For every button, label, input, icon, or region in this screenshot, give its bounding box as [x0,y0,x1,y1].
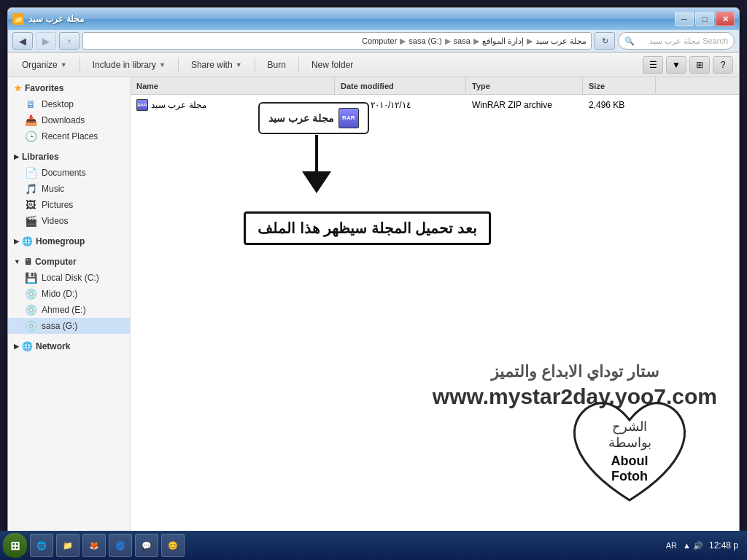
disk-c-icon: 💾 [24,272,37,284]
sidebar-item-mido[interactable]: 💿 Mido (D:) [8,286,130,302]
share-with-button[interactable]: Share with ▼ [183,57,250,73]
pane-button[interactable]: ⊞ [689,56,710,74]
refresh-button[interactable]: ↻ [595,32,615,50]
bc-manage[interactable]: إدارة المواقع [482,36,524,46]
sidebar-item-documents[interactable]: 📄 Documents [8,165,130,181]
downloads-icon: 📥 [24,114,37,126]
organize-button[interactable]: Organize ▼ [14,57,75,73]
address-bar-area: ◀ ▶ ↑ Computer ▶ sasa (G:) ▶ sasa ▶ إدار… [8,30,739,52]
title-bar: 📁 مجلة عرب سيد ─ □ ✕ [8,8,739,30]
language-indicator: AR [666,541,677,550]
sidebar-item-localc[interactable]: 💾 Local Disk (C:) [8,270,130,286]
sidebar-item-downloads[interactable]: 📥 Downloads [8,112,130,128]
clock: 12:48 p [709,540,738,551]
toolbar-separator-2 [178,58,179,72]
sidebar-item-recent[interactable]: 🕒 Recent Places [8,128,130,144]
chrome-icon: 🌀 [115,541,125,551]
new-folder-button[interactable]: New folder [303,57,361,73]
bc-sasa-g[interactable]: sasa (G:) [409,36,441,45]
firefox-icon: 🦊 [89,541,99,551]
sidebar-item-desktop[interactable]: 🖥 Desktop [8,96,130,112]
start-button[interactable]: ⊞ [3,533,27,558]
explorer-icon: 📁 [63,541,73,551]
bc-sep-4: ▶ [527,36,533,46]
taskbar-emoji[interactable]: 😊 [161,534,185,557]
main-area: ★ Favorites 🖥 Desktop 📥 Downloads 🕒 Rece… [8,77,739,552]
column-headers: Name Date modified Type Size [131,77,739,95]
recent-icon: 🕒 [24,131,37,142]
favorites-header[interactable]: ★ Favorites [8,80,130,96]
file-type-cell: WinRAR ZIP archive [469,100,586,110]
disk-e-icon: 💿 [24,304,37,316]
file-thumb-label: مجلة عرب سيد [268,112,334,124]
help-button[interactable]: ? [713,56,733,74]
file-row[interactable]: RAR مجلة عرب سيد ٢٠١٠/١٢/١٤ م ١٢:٤٦ WinR… [131,98,739,112]
bc-sep-3: ▶ [473,36,479,46]
sidebar-item-music[interactable]: 🎵 Music [8,181,130,197]
start-orb: ⊞ [10,539,20,553]
disk-d-icon: 💿 [24,288,37,300]
bc-magazine[interactable]: مجلة عرب سيد [535,36,587,46]
toolbar-right: ☰ ▼ ⊞ ? [643,56,733,74]
toolbar: Organize ▼ Include in library ▼ Share wi… [8,52,739,77]
view-details-button[interactable]: ▼ [666,56,686,74]
up-button[interactable]: ↑ [59,32,80,50]
col-header-name[interactable]: Name [131,77,335,94]
bc-sasa[interactable]: sasa [454,36,471,45]
burn-button[interactable]: Burn [260,57,294,73]
website-slogan: ستار توداي الابداع والتميز [433,362,717,381]
share-chevron: ▼ [236,61,242,69]
network-header[interactable]: ▶ 🌐 Network [8,338,130,354]
rar-file-icon: RAR [136,99,148,111]
taskbar-ie[interactable]: 🌐 [30,534,53,557]
taskbar-firefox[interactable]: 🦊 [82,534,106,557]
bc-computer[interactable]: Computer [362,36,397,45]
network-section: ▶ 🌐 Network [8,338,130,354]
taskbar-chrome[interactable]: 🌀 [109,534,132,557]
taskbar-right: AR ▲ 🔊 12:48 p [666,540,744,551]
sidebar-item-ahmed[interactable]: 💿 Ahmed (E:) [8,302,130,318]
forward-button[interactable]: ▶ [36,32,56,50]
toolbar-separator-1 [80,58,80,72]
sidebar: ★ Favorites 🖥 Desktop 📥 Downloads 🕒 Rece… [8,77,131,552]
homegroup-header[interactable]: ▶ 🌐 Homegroup [8,233,130,249]
maximize-button[interactable]: □ [695,12,714,26]
view-button[interactable]: ☰ [643,56,663,74]
file-thumb-annotation: RAR مجلة عرب سيد [258,102,369,134]
minimize-button[interactable]: ─ [675,12,694,26]
computer-icon: 🖥 [23,257,32,267]
include-library-button[interactable]: Include in library ▼ [85,57,174,73]
videos-icon: 🎬 [24,215,37,227]
star-icon: ★ [14,83,22,93]
sidebar-item-videos[interactable]: 🎬 Videos [8,213,130,229]
col-header-size[interactable]: Size [583,77,656,94]
content-area: RAR مجلة عرب سيد ٢٠١٠/١٢/١٤ م ١٢:٤٦ WinR… [131,95,739,533]
toolbar-separator-4 [298,58,299,72]
taskbar: ⊞ 🌐 📁 🦊 🌀 💬 😊 AR ▲ 🔊 12:48 p [0,531,747,560]
search-box[interactable]: Search مجلة عرب سيد 🔍 [618,32,735,50]
pictures-icon: 🖼 [24,199,37,211]
rar-icon-large: RAR [338,108,359,128]
close-button[interactable]: ✕ [716,12,735,26]
svg-marker-1 [302,171,331,193]
messenger-icon: 💬 [142,541,152,551]
back-button[interactable]: ◀ [12,32,33,50]
taskbar-explorer[interactable]: 📁 [56,534,80,557]
computer-header[interactable]: ▼ 🖥 Computer [8,254,130,270]
favorites-section: ★ Favorites 🖥 Desktop 📥 Downloads 🕒 Rece… [8,80,130,144]
documents-icon: 📄 [24,167,37,179]
ie-icon: 🌐 [36,541,47,551]
emoji-icon: 😊 [168,541,178,551]
libraries-header[interactable]: ▶ Libraries [8,149,130,165]
col-header-date[interactable]: Date modified [335,77,466,94]
heart-line1: الشرح بواسطة [593,419,666,451]
search-placeholder: Search مجلة عرب سيد [649,36,728,46]
address-bar[interactable]: Computer ▶ sasa (G:) ▶ sasa ▶ إدارة المو… [82,32,592,50]
search-icon[interactable]: 🔍 [624,36,635,46]
col-header-type[interactable]: Type [466,77,583,94]
sidebar-item-pictures[interactable]: 🖼 Pictures [8,197,130,213]
sidebar-item-sasa[interactable]: 💿 sasa (G:) [8,318,130,334]
taskbar-messenger[interactable]: 💬 [135,534,158,557]
explorer-window: 📁 مجلة عرب سيد ─ □ ✕ ◀ ▶ ↑ Computer ▶ sa… [7,7,740,553]
heart-container: الشرح بواسطة Aboul Fotoh [557,384,703,518]
